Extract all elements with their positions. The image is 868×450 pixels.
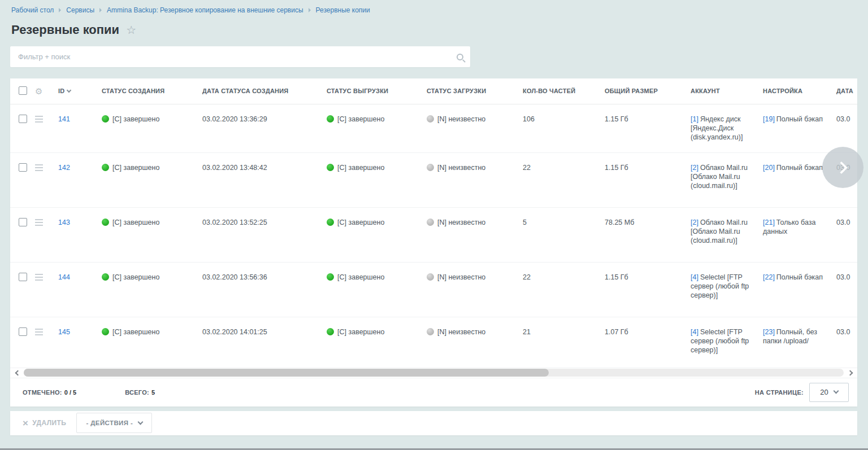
cell-size: 78.25 Мб [599, 207, 685, 262]
column-header-id[interactable]: ID [52, 78, 96, 104]
cell-config: [19]Полный бэкап [757, 104, 831, 152]
account-link[interactable]: [2] [691, 164, 698, 172]
account-link[interactable]: [2] [691, 219, 698, 226]
cell-create-status: [C] завершено [96, 317, 197, 368]
row-checkbox[interactable] [19, 115, 27, 123]
row-menu-icon[interactable] [35, 115, 43, 124]
delete-button[interactable]: × УДАЛИТЬ [23, 418, 66, 428]
row-checkbox[interactable] [19, 163, 27, 172]
cell-date: 03.0 [831, 262, 857, 317]
cell-upload-status: [C] завершено [321, 262, 421, 317]
breadcrumb-link-services[interactable]: Сервисы [66, 6, 94, 14]
cell-create-status: [C] завершено [96, 152, 197, 207]
breadcrumb-link-desktop[interactable]: Рабочий стол [11, 6, 54, 14]
scroll-left-button[interactable] [14, 369, 21, 377]
cell-date: 03.0 [831, 317, 857, 368]
search-icon[interactable] [457, 54, 463, 60]
cell-size: 1.15 Гб [599, 152, 685, 207]
cell-config: [22]Полный бэкап [757, 262, 831, 317]
backup-id-link[interactable]: 144 [58, 273, 70, 281]
column-header-create-date[interactable]: ДАТА СТАТУСА СОЗДАНИЯ [197, 78, 321, 104]
cell-upload-status: [C] завершено [321, 317, 421, 368]
action-bar: × УДАЛИТЬ - ДЕЙСТВИЯ - [10, 411, 857, 435]
select-all-checkbox[interactable] [19, 86, 27, 95]
account-link[interactable]: [1] [691, 115, 698, 123]
cell-create-status: [C] завершено [96, 207, 197, 262]
checked-label: ОТМЕЧЕНО: [23, 389, 62, 396]
actions-dropdown-button[interactable]: - ДЕЙСТВИЯ - [76, 413, 152, 433]
backup-id-link[interactable]: 141 [58, 115, 70, 123]
config-link[interactable]: [23] [763, 328, 775, 336]
column-header-parts[interactable]: КОЛ-ВО ЧАСТЕЙ [517, 78, 599, 104]
config-link[interactable]: [22] [763, 273, 775, 281]
cell-download-status: [N] неизвестно [421, 207, 517, 262]
backup-id-link[interactable]: 143 [58, 219, 70, 226]
chevron-left-icon [15, 370, 20, 375]
chevron-right-icon [847, 370, 853, 375]
cell-config: [21]Только база данных [757, 207, 831, 262]
cell-download-status: [N] неизвестно [421, 262, 517, 317]
row-checkbox[interactable] [19, 218, 27, 226]
cell-size: 1.15 Гб [599, 104, 685, 152]
column-header-date[interactable]: ДАТА [831, 78, 857, 104]
breadcrumb-link-ammina-backup[interactable]: Ammina Backup: Резервное копирование на … [107, 6, 303, 14]
config-link[interactable]: [20] [763, 164, 775, 172]
row-menu-icon[interactable] [35, 273, 43, 282]
status-dot [427, 164, 434, 171]
scroll-right-arrow-button[interactable] [846, 369, 854, 377]
status-dot [102, 219, 109, 226]
scrollbar-thumb[interactable] [24, 369, 549, 377]
cell-size: 1.07 Гб [599, 317, 685, 368]
cell-size: 1.15 Гб [599, 262, 685, 317]
cell-date: 03.0 [831, 104, 857, 152]
horizontal-scrollbar [10, 368, 857, 378]
cell-config: [20]Полный бэкап [757, 152, 831, 207]
status-dot [427, 219, 434, 226]
cell-upload-status: [C] завершено [321, 152, 421, 207]
grid-settings-gear-icon[interactable]: ⚙ [35, 86, 43, 96]
chevron-right-icon [835, 161, 848, 174]
column-header-size[interactable]: ОБЩИЙ РАЗМЕР [599, 78, 685, 104]
breadcrumb-link-backups[interactable]: Резервные копии [316, 6, 370, 14]
account-link[interactable]: [4] [691, 273, 698, 281]
status-dot [102, 273, 109, 281]
row-menu-icon[interactable] [35, 218, 43, 228]
cell-account: [4]Selectel [FTP сервер (любой ftp серве… [685, 317, 757, 368]
page-title: Резервные копии [11, 23, 119, 37]
cell-create-date: 03.02.2020 13:52:25 [197, 207, 321, 262]
status-dot [327, 328, 334, 335]
cell-parts: 21 [517, 317, 599, 368]
scrollbar-track[interactable] [24, 369, 844, 377]
filter-search-input[interactable] [18, 53, 457, 61]
row-menu-icon[interactable] [35, 327, 43, 337]
status-dot [327, 219, 334, 226]
row-menu-icon[interactable] [35, 163, 43, 173]
breadcrumb-separator-icon [99, 8, 102, 12]
cell-upload-status: [C] завершено [321, 207, 421, 262]
config-link[interactable]: [19] [763, 115, 775, 123]
backup-id-link[interactable]: 145 [58, 328, 70, 336]
row-checkbox[interactable] [19, 273, 27, 281]
status-dot [327, 164, 334, 171]
column-header-download-status[interactable]: СТАТУС ЗАГРУЗКИ [421, 78, 517, 104]
checked-count: 0 / 5 [64, 389, 76, 396]
favorite-star-icon[interactable]: ☆ [126, 24, 136, 36]
account-link[interactable]: [4] [691, 328, 698, 336]
page-size-select[interactable]: 20 [809, 383, 849, 402]
row-checkbox[interactable] [19, 327, 27, 336]
column-header-upload-status[interactable]: СТАТУС ВЫГРУЗКИ [321, 78, 421, 104]
status-dot [427, 115, 434, 123]
backup-id-link[interactable]: 142 [58, 164, 70, 172]
column-header-config[interactable]: НАСТРОЙКА [757, 78, 831, 104]
column-header-account[interactable]: АККАУНТ [685, 78, 757, 104]
status-dot [102, 115, 109, 123]
column-header-create-status[interactable]: СТАТУС СОЗДАНИЯ [96, 78, 197, 104]
cell-parts: 22 [517, 262, 599, 317]
table-row: 142 [C] завершено 03.02.2020 13:48:42 [C… [10, 152, 857, 207]
cell-create-status: [C] завершено [96, 104, 197, 152]
config-link[interactable]: [21] [763, 219, 775, 226]
breadcrumb: Рабочий стол Сервисы Ammina Backup: Резе… [0, 0, 868, 14]
status-dot [427, 273, 434, 281]
cell-parts: 106 [517, 104, 599, 152]
scroll-right-button[interactable] [822, 147, 863, 188]
